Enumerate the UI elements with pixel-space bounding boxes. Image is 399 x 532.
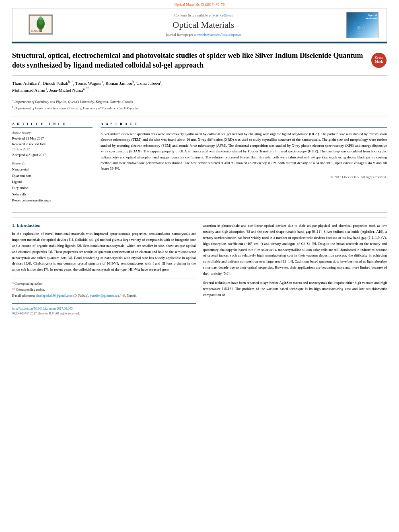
email-pathak[interactable]: dineshpathak80@gmail.com [36,294,73,298]
author-dinesh-sup: b, * [68,80,73,84]
author-tham-sup: a [39,80,41,84]
svg-text:Cross: Cross [375,56,383,60]
affiliations-section: a Department of Chemistry and Physics, Q… [12,96,387,111]
svg-text:Mark: Mark [375,60,383,64]
author-tomas-sup: b [102,80,103,84]
main-content: Structural, optical, electrochemical and… [0,43,399,323]
journal-volume-bar: Optical Materials 73 (2017) 70–76 [0,0,399,8]
copyright-line: © 2017 Elsevier B.V. All rights reserved… [101,175,387,179]
footnote-1: * Corresponding author. [12,281,196,287]
author-nunzi-sup: a, ** [83,87,89,90]
keyword-oleylamine: Oleylamine [12,185,93,191]
email-nunzi[interactable]: nunzijm@queensu.ca [90,294,117,298]
intro-section-heading: 1. Introduction [12,223,196,228]
svg-text:ELSEVIER: ELSEVIER [31,30,42,32]
elsevier-logo: ELSEVIER [29,14,53,36]
section-divider [12,218,387,218]
keywords-group: Keywords: Nanocrystal Quantum dots Ligan… [12,162,93,203]
authors-section: Tham Adhikaria, Dinesh Pathakb, *, Tomas… [12,76,387,114]
body-right-column: attention in photovoltaic and non-linear… [203,223,387,315]
journal-info-center: Contents lists available at ScienceDirec… [65,12,342,38]
keyword-pce: Power conversion efficiency [12,197,93,203]
sciencedirect-link[interactable]: ScienceDirect [212,13,232,17]
affiliation-a: a Department of Chemistry and Physics, Q… [12,99,387,105]
author-roman-sup: b [132,80,134,84]
keyword-ligand: Ligand [12,179,93,185]
history-label: Article history: [12,131,93,135]
sciencedirect-line: Contents lists available at ScienceDirec… [65,13,342,17]
right-paragraph-2: Several techniques have been reported to… [203,280,387,298]
body-content: 1. Introduction In the exploration of no… [12,223,387,323]
right-paragraph-1: attention in photovoltaic and non-linear… [203,223,387,277]
affiliation-b: b Department of General and Inorganic Ch… [12,105,387,111]
crossmark-logo: Cross Mark [371,52,387,68]
footnote-emails: E-mail addresses: dineshpathak80@gmail.c… [12,294,196,299]
keywords-list: Nanocrystal Quantum dots Ligand Oleylami… [12,166,93,203]
keywords-label: Keywords: [12,162,93,165]
journal-homepage-line: journal homepage: www.elsevier.com/locat… [65,33,342,37]
footer-doi[interactable]: http://dx.doi.org/10.1016/j.optmat.2017.… [12,307,196,310]
author-muhammad-aamir: Muhammad Aamir [12,87,45,92]
email-author-n: (J.-M. Nunzi). [118,294,137,298]
received-date: Received 21 May 2017 [12,136,93,142]
journal-volume-text: Optical Materials 73 (2017) 70–76 [175,2,225,6]
author-uzma-sup: a [160,80,162,84]
author-jean-michel-nunzi: Jean-Michel Nunzi [49,87,83,92]
svg-point-9 [357,26,361,30]
article-info-heading: A R T I C L E I N F O [12,122,93,128]
header-top-row: ELSEVIER Contents lists available at Sci… [12,8,387,42]
email-label: E-mail addresses: [12,294,36,298]
paper-title-section: Structural, optical, electrochemical and… [12,43,387,76]
journal-homepage-link[interactable]: www.elsevier.com/locate/optmat [194,33,241,37]
author-uzma-jabeen: Uzma Jabeen [136,80,160,85]
keyword-solar-cells: Solar cells [12,191,93,197]
revised-label: Received in revised form [12,142,93,147]
accepted-date: Accepted 4 August 2017 [12,152,93,158]
author-dinesh-pathak: Dinesh Pathak [43,80,68,85]
author-aamir-sup: a [45,87,47,90]
article-history-group: Article history: Received 21 May 2017 Re… [12,131,93,158]
footnote-2: ** Corresponding author. [12,288,196,293]
intro-paragraph-1: In the exploration of novel functional m… [12,231,196,273]
journal-cover-image: OpticalMaterials [346,12,378,38]
body-left-column: 1. Introduction In the exploration of no… [12,223,196,315]
article-info-column: A R T I C L E I N F O Article history: R… [12,122,93,207]
keyword-quantum-dots: Quantum dots [12,173,93,179]
footnote-area: * Corresponding author. ** Corresponding… [12,279,196,298]
author-tham-adhikari: Tham Adhikari [12,80,39,85]
elsevier-logo-area: ELSEVIER [16,14,65,36]
logo-art: ELSEVIER [29,14,53,35]
abstract-column: A B S T R A C T Silver indium diselenide… [101,122,387,207]
revised-date: 15 July 2017 [12,147,93,152]
paper-title: Structural, optical, electrochemical and… [12,51,371,70]
author-roman-jambor: Roman Jambor [105,80,132,85]
journal-cover-area: OpticalMaterials [342,12,383,38]
journal-header: ELSEVIER Contents lists available at Sci… [12,8,387,42]
author-tomas-wagner: Tomas Wagner [75,80,102,85]
footer-links: http://dx.doi.org/10.1016/j.optmat.2017.… [12,303,196,315]
email-author-d: (D. Pathak), [73,294,90,298]
authors-line: Tham Adhikaria, Dinesh Pathakb, *, Tomas… [12,80,387,93]
footer-issn: 0925-3467/© 2017 Elsevier B.V. All right… [12,312,196,315]
intro-heading-num: 1. Introduction [12,223,41,228]
abstract-heading: A B S T R A C T [101,122,387,128]
svg-point-4 [39,16,42,20]
article-info-abstract-section: A R T I C L E I N F O Article history: R… [12,117,387,213]
journal-title: Optical Materials [65,20,342,30]
abstract-text: Silver indium diselenide quantum dots we… [101,131,387,172]
keyword-nanocrystal: Nanocrystal [12,166,93,173]
